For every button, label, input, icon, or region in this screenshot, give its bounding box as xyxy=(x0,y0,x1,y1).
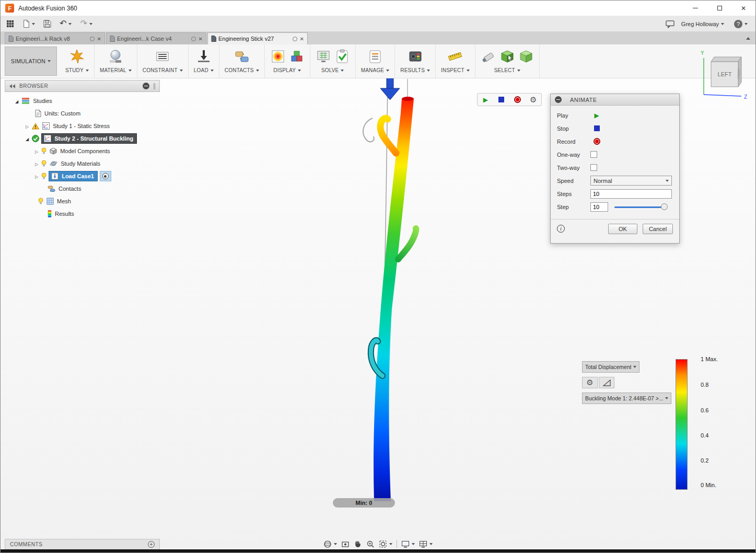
browser-header[interactable]: BROWSER xyxy=(5,80,160,92)
result-type-dropdown[interactable]: Total Displacement xyxy=(582,361,639,373)
visibility-bulb-icon[interactable] xyxy=(41,172,46,180)
redo-button[interactable] xyxy=(77,18,95,30)
browser-item-study-materials[interactable]: Study Materials xyxy=(5,158,160,169)
undo-button[interactable] xyxy=(57,18,74,30)
slider-handle[interactable] xyxy=(661,203,668,210)
inspect-icon[interactable] xyxy=(447,49,463,64)
ribbon-group-manage[interactable]: MANAGE xyxy=(356,44,396,78)
doc-tab-rack[interactable]: Engineeri...k Rack v8 xyxy=(5,32,105,44)
visibility-bulb-icon[interactable] xyxy=(38,198,43,205)
comment-icon[interactable] xyxy=(663,18,677,30)
doc-tab-stick-active[interactable]: Engineering Stick v27 xyxy=(207,32,308,44)
animate-dialog-header[interactable]: ANIMATE xyxy=(551,94,679,106)
expand-arrow-icon[interactable] xyxy=(26,123,29,129)
user-account-menu[interactable]: Greg Holloway xyxy=(677,18,728,30)
expand-arrow-icon[interactable] xyxy=(26,135,29,142)
twoway-checkbox[interactable] xyxy=(590,164,597,171)
look-at-button[interactable] xyxy=(340,538,351,550)
manage-icon[interactable] xyxy=(367,49,383,64)
expand-arrow-icon[interactable] xyxy=(35,160,38,167)
browser-item-mesh[interactable]: Mesh xyxy=(5,195,160,207)
load-icon[interactable] xyxy=(196,49,212,64)
visibility-bulb-icon[interactable] xyxy=(41,160,46,167)
compare-display-icon[interactable] xyxy=(289,49,305,64)
info-icon[interactable] xyxy=(557,225,565,233)
browser-item-load-case1-selected[interactable]: Load Case1 xyxy=(5,170,160,182)
close-tab-icon[interactable] xyxy=(300,36,304,42)
browser-item-model-components[interactable]: Model Components xyxy=(5,145,160,157)
browser-item-units[interactable]: Units: Custom xyxy=(5,108,160,119)
collapse-browser-icon[interactable] xyxy=(9,84,15,88)
buckling-mode-dropdown[interactable]: Buckling Mode 1: 2.448E-07 >... xyxy=(582,393,671,404)
zoom-button[interactable] xyxy=(365,538,376,550)
dialog-stop-button[interactable] xyxy=(590,123,603,134)
pan-button[interactable] xyxy=(352,538,364,550)
close-tab-icon[interactable] xyxy=(199,36,203,42)
ok-button[interactable]: OK xyxy=(608,224,637,234)
ribbon-group-results[interactable]: RESULTS xyxy=(395,44,436,78)
dialog-record-button[interactable] xyxy=(590,136,603,147)
step-input[interactable] xyxy=(590,202,608,212)
help-menu[interactable] xyxy=(731,18,750,30)
browser-item-results[interactable]: Results xyxy=(5,208,160,220)
window-select-icon[interactable] xyxy=(499,49,515,64)
study-icon[interactable] xyxy=(69,49,85,64)
close-tab-icon[interactable] xyxy=(97,36,101,42)
save-button[interactable] xyxy=(41,18,54,30)
cancel-button[interactable]: Cancel xyxy=(643,224,673,234)
minimize-button[interactable] xyxy=(683,1,707,16)
ribbon-group-contacts[interactable]: CONTACTS xyxy=(219,44,265,78)
ribbon-group-load[interactable]: LOAD xyxy=(189,44,219,78)
close-button[interactable] xyxy=(731,1,755,16)
ribbon-group-solve[interactable]: SOLVE xyxy=(310,44,356,78)
collapse-ribbon-icon[interactable] xyxy=(746,37,750,40)
brush-select-icon[interactable] xyxy=(481,49,496,64)
solve-check-icon[interactable] xyxy=(334,49,350,64)
fit-button[interactable] xyxy=(377,538,394,550)
browser-grip[interactable] xyxy=(154,83,155,89)
expand-arrow-icon[interactable] xyxy=(35,148,38,154)
results-icon[interactable] xyxy=(408,49,423,64)
browser-item-study1[interactable]: Study 1 - Static Stress xyxy=(5,120,160,132)
legend-settings-gear-icon[interactable] xyxy=(582,377,598,388)
ribbon-group-constraint[interactable]: CONSTRAINT xyxy=(137,44,189,78)
settings-gear-icon[interactable] xyxy=(527,94,540,105)
play-button[interactable] xyxy=(479,94,492,105)
stick-model[interactable] xyxy=(374,99,414,501)
step-slider[interactable] xyxy=(614,203,667,210)
ribbon-group-display[interactable]: DISPLAY xyxy=(265,44,310,78)
maximize-button[interactable] xyxy=(707,1,731,16)
active-loadcase-radio[interactable] xyxy=(100,171,111,181)
contour-display-icon[interactable] xyxy=(270,49,286,64)
file-menu-button[interactable] xyxy=(20,18,38,30)
doc-tab-case[interactable]: Engineeri...k Case v4 xyxy=(106,32,206,44)
display-settings-button[interactable] xyxy=(400,538,416,550)
speed-dropdown[interactable]: Normal xyxy=(590,176,672,186)
app-grid-icon[interactable] xyxy=(4,18,17,30)
expand-comments-icon[interactable] xyxy=(148,541,155,548)
material-icon[interactable] xyxy=(108,49,123,64)
browser-item-study2-selected[interactable]: Study 2 - Structural Buckling xyxy=(5,133,160,144)
ribbon-group-study[interactable]: STUDY xyxy=(60,44,95,78)
expand-arrow-icon[interactable] xyxy=(15,98,18,104)
viewcube-top-face[interactable] xyxy=(711,57,741,62)
expand-arrow-icon[interactable] xyxy=(35,173,38,179)
view-cube[interactable]: LEFT FRONT Y Z xyxy=(693,49,755,101)
record-button[interactable] xyxy=(511,94,524,105)
browser-item-studies[interactable]: Studies xyxy=(5,95,160,107)
stop-button[interactable] xyxy=(495,94,508,105)
ribbon-group-material[interactable]: MATERIAL xyxy=(95,44,137,78)
hide-browser-icon[interactable] xyxy=(143,83,149,89)
collapse-dialog-icon[interactable] xyxy=(555,96,562,103)
solve-icon[interactable] xyxy=(316,49,331,64)
contacts-icon[interactable] xyxy=(234,49,250,64)
oneway-checkbox[interactable] xyxy=(590,151,597,158)
constraint-icon[interactable] xyxy=(155,49,170,64)
dialog-play-button[interactable] xyxy=(590,110,603,121)
comments-bar[interactable]: COMMENTS xyxy=(5,539,160,550)
ribbon-group-select[interactable]: SELECT xyxy=(475,44,540,78)
freeform-select-icon[interactable] xyxy=(518,49,534,64)
ribbon-group-inspect[interactable]: INSPECT xyxy=(436,44,475,78)
viewport-layout-button[interactable] xyxy=(417,538,434,550)
visibility-bulb-icon[interactable] xyxy=(41,147,46,155)
